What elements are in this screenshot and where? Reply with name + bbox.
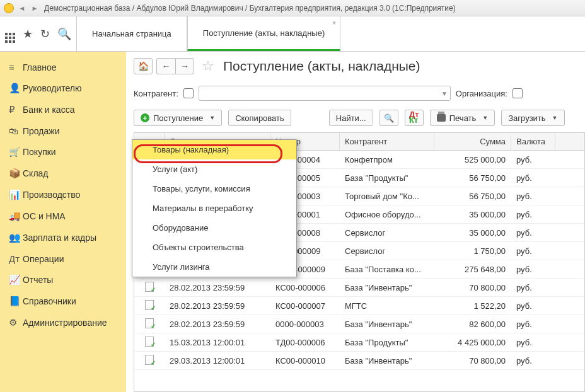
sidebar-item-label: ОС и НМА bbox=[23, 211, 66, 221]
apps-icon[interactable] bbox=[5, 25, 15, 43]
sidebar-item[interactable]: 📦Склад bbox=[0, 163, 126, 184]
table-row[interactable]: 15.03.2013 12:00:01ТД00-000006База "Прод… bbox=[134, 333, 584, 352]
sidebar-item-icon: 🛒 bbox=[9, 146, 23, 158]
dropdown-item[interactable]: Товары (накладная) bbox=[132, 140, 296, 159]
sidebar-item[interactable]: ⚙Администрирование bbox=[0, 312, 126, 333]
contragent-checkbox[interactable] bbox=[183, 88, 194, 98]
search-icon[interactable]: 🔍 bbox=[57, 27, 71, 41]
dropdown-item[interactable]: Товары, услуги, комиссия bbox=[132, 179, 296, 199]
cancel-search-button[interactable]: 🔍 bbox=[379, 110, 398, 126]
dropdown-item[interactable]: Услуги лизинга bbox=[132, 257, 296, 277]
sidebar-item-label: Главное bbox=[23, 62, 57, 72]
sidebar-item[interactable]: 👤Руководителю bbox=[0, 78, 126, 99]
sidebar-item-icon: ₽ bbox=[9, 104, 23, 115]
dropdown-item[interactable]: Услуги (акт) bbox=[132, 159, 296, 179]
topbar: ★ ↻ 🔍 Начальная страница Поступление (ак… bbox=[0, 16, 585, 52]
row-contragent: Сервислог bbox=[340, 246, 434, 256]
table-row[interactable]: 28.02.2013 23:59:59КС00-000007МГТС1 522,… bbox=[134, 297, 584, 315]
row-num: КС00-000006 bbox=[270, 283, 340, 292]
home-button[interactable]: 🏠 bbox=[134, 58, 153, 74]
sidebar-item-label: Администрирование bbox=[23, 318, 107, 328]
tab-close-icon[interactable]: × bbox=[332, 19, 336, 26]
sidebar-item[interactable]: 📘Справочники bbox=[0, 291, 126, 312]
sidebar-item[interactable]: 🛒Покупки bbox=[0, 141, 126, 163]
row-icon-cell bbox=[134, 282, 165, 294]
sidebar-item[interactable]: ≡Главное bbox=[0, 57, 126, 78]
sidebar-item-label: Операции bbox=[23, 254, 64, 264]
contragent-dropdown[interactable]: ▼ bbox=[199, 86, 451, 101]
dtk-button[interactable]: ДтКт bbox=[405, 110, 424, 126]
row-date: 28.02.2013 23:59:59 bbox=[165, 320, 270, 329]
sidebar-item[interactable]: 📊Производство bbox=[0, 184, 126, 205]
sidebar: ≡Главное👤Руководителю₽Банк и касса🛍Прода… bbox=[0, 52, 126, 392]
star-icon[interactable]: ★ bbox=[23, 27, 33, 41]
page-title: Поступление (акты, накладные) bbox=[223, 59, 420, 74]
dropdown-item[interactable]: Оборудование bbox=[132, 218, 296, 238]
sidebar-item-icon: 📊 bbox=[9, 189, 23, 200]
contragent-label: Контрагент: bbox=[134, 89, 178, 98]
row-num: КС00-000007 bbox=[270, 301, 340, 311]
col-cur[interactable]: Валюта bbox=[511, 133, 555, 150]
table-row[interactable]: 28.02.2013 23:59:59КС00-000006База "Инве… bbox=[134, 279, 584, 297]
back-button[interactable]: ← bbox=[156, 58, 175, 74]
dropdown-item[interactable]: Объекты строительства bbox=[132, 238, 296, 257]
tab-home[interactable]: Начальная страница bbox=[76, 16, 187, 51]
dtk-icon: ДтКт bbox=[409, 112, 419, 124]
sidebar-item[interactable]: ДтОперации bbox=[0, 248, 126, 269]
row-icon-cell bbox=[134, 337, 165, 349]
sidebar-item-label: Банк и касса bbox=[23, 105, 74, 115]
nav-back-icon[interactable]: ◄ bbox=[16, 3, 28, 14]
sidebar-item-icon: 📘 bbox=[9, 296, 23, 307]
table-row[interactable]: 28.02.2013 23:59:590000-000003База "Инве… bbox=[134, 315, 584, 333]
tab-home-label: Начальная страница bbox=[92, 29, 171, 38]
print-split-button[interactable]: Печать ▼ bbox=[430, 110, 495, 126]
sidebar-item-label: Склад bbox=[23, 168, 49, 178]
row-sum: 82 600,00 bbox=[434, 320, 511, 329]
row-contragent: База "Инвентарь" bbox=[340, 356, 434, 366]
printer-icon bbox=[437, 114, 446, 122]
sidebar-item-label: Зарплата и кадры bbox=[23, 233, 96, 243]
row-currency: руб. bbox=[511, 301, 555, 311]
nav-fwd-icon[interactable]: ► bbox=[29, 3, 40, 14]
row-contragent: База "Продукты" bbox=[340, 173, 434, 183]
row-contragent: База "Поставка ко... bbox=[340, 265, 434, 274]
load-label: Загрузить bbox=[508, 113, 545, 123]
favorite-outline-icon[interactable]: ☆ bbox=[202, 58, 214, 74]
sidebar-item[interactable]: 👥Зарплата и кадры bbox=[0, 227, 126, 248]
copy-label: Скопировать bbox=[235, 113, 284, 123]
receipt-split-button[interactable]: + Поступление ▼ bbox=[134, 110, 222, 126]
find-button[interactable]: Найти... bbox=[329, 110, 373, 126]
row-num: КС00-000010 bbox=[270, 356, 340, 366]
sidebar-item[interactable]: ₽Банк и касса bbox=[0, 99, 126, 120]
row-currency: руб. bbox=[511, 246, 555, 256]
sidebar-item[interactable]: 🚚ОС и НМА bbox=[0, 205, 126, 227]
row-currency: руб. bbox=[511, 265, 555, 274]
load-split-button[interactable]: Загрузить ▼ bbox=[501, 110, 564, 126]
row-sum: 275 648,00 bbox=[434, 265, 511, 274]
tab-receipts[interactable]: Поступление (акты, накладные) × bbox=[187, 16, 340, 51]
row-sum: 525 000,00 bbox=[434, 155, 511, 164]
col-sum[interactable]: Сумма bbox=[434, 133, 511, 150]
row-sum: 35 000,00 bbox=[434, 228, 511, 238]
sidebar-item[interactable]: 🛍Продажи bbox=[0, 120, 126, 141]
row-num: 0000-000003 bbox=[270, 320, 340, 329]
col-contr[interactable]: Контрагент bbox=[340, 133, 434, 150]
copy-button[interactable]: Скопировать bbox=[228, 110, 291, 126]
sidebar-item-label: Производство bbox=[23, 190, 80, 200]
row-sum: 1 750,00 bbox=[434, 246, 511, 256]
row-icon-cell bbox=[134, 355, 165, 367]
row-contragent: Сервислог bbox=[340, 228, 434, 238]
org-checkbox[interactable] bbox=[513, 88, 523, 98]
window-titlebar: ◄ ► Демонстрационная база / Абдулов Юрий… bbox=[0, 0, 585, 16]
dropdown-item[interactable]: Материалы в переработку bbox=[132, 199, 296, 218]
sidebar-item[interactable]: 📈Отчеты bbox=[0, 269, 126, 291]
forward-button[interactable]: → bbox=[175, 58, 194, 74]
sidebar-item-icon: 📈 bbox=[9, 274, 23, 285]
row-sum: 1 522,20 bbox=[434, 301, 511, 311]
row-contragent: Офисное оборудо... bbox=[340, 210, 434, 219]
row-date: 28.02.2013 23:59:59 bbox=[165, 301, 270, 311]
row-currency: руб. bbox=[511, 173, 555, 183]
row-contragent: База "Инвентарь" bbox=[340, 320, 434, 329]
history-icon[interactable]: ↻ bbox=[40, 27, 50, 41]
table-row[interactable]: 29.03.2013 12:00:01КС00-000010База "Инве… bbox=[134, 352, 584, 370]
